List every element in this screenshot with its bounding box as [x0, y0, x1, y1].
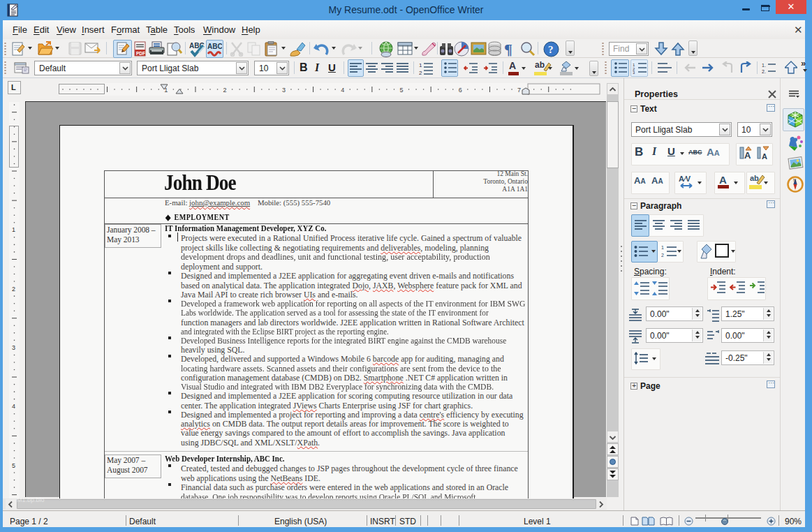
svg-text:3: 3	[633, 71, 635, 74]
svg-text:4: 4	[12, 403, 15, 410]
svg-text:3: 3	[282, 87, 286, 94]
svg-text:2: 2	[419, 70, 422, 75]
svg-text:4: 4	[341, 87, 344, 94]
svg-text:5: 5	[12, 462, 15, 469]
svg-text:1.: 1.	[762, 63, 766, 68]
svg-text:2.: 2.	[762, 69, 766, 74]
svg-text:ABC: ABC	[207, 43, 222, 50]
svg-text:2: 2	[12, 286, 15, 293]
svg-text:1: 1	[12, 226, 15, 233]
svg-text:5: 5	[400, 87, 404, 94]
svg-text:A: A	[762, 152, 767, 161]
svg-text:PDF: PDF	[136, 51, 145, 56]
svg-text:1: 1	[419, 62, 422, 68]
svg-text:6: 6	[459, 87, 462, 94]
svg-text:¶: ¶	[504, 41, 512, 57]
svg-text:2: 2	[661, 253, 664, 258]
svg-text:3: 3	[12, 344, 15, 351]
svg-text:N: N	[793, 178, 796, 182]
svg-text:1: 1	[661, 245, 664, 250]
svg-text:A: A	[744, 150, 751, 161]
svg-text:?: ?	[548, 44, 554, 55]
svg-text:2: 2	[223, 87, 227, 94]
svg-text:7: 7	[517, 87, 521, 94]
